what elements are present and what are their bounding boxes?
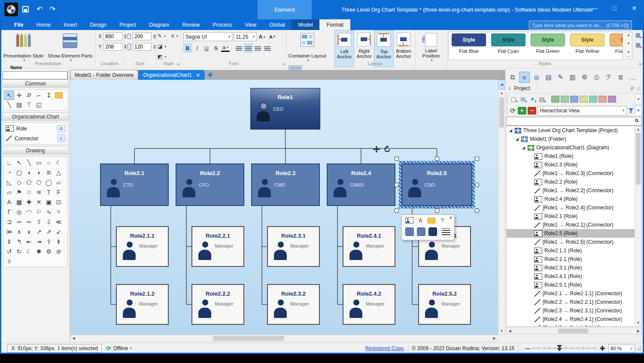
pan-tool[interactable]: ✛ — [14, 91, 24, 100]
shape-ellipse-icon[interactable]: ○ — [44, 157, 54, 167]
add-tab-icon[interactable] — [207, 71, 213, 80]
tree-item[interactable]: Role2.3.1 (Role) — [507, 263, 635, 272]
color-swatch[interactable] — [428, 227, 437, 236]
org-node-role2-4-2[interactable]: Role2.4.2Manager — [343, 284, 395, 325]
org-node-box[interactable]: Role2.2.1Manager — [191, 226, 244, 267]
palette-item-connector[interactable]: ConnectorC — [4, 133, 67, 143]
shape-styled-text-icon[interactable]: F — [54, 187, 64, 197]
org-node-role2-1[interactable]: Role2.1CTO — [100, 163, 169, 206]
org-node-role2-1-2[interactable]: Role2.1.2Manager — [116, 284, 169, 325]
section-common[interactable]: Common — [2, 79, 69, 88]
menu-tab-file[interactable]: File — [8, 19, 30, 30]
zoom-out-icon[interactable]: — — [525, 345, 530, 351]
underline-button[interactable]: U — [202, 44, 211, 52]
shape-arrow-right-icon[interactable]: ⇨ — [24, 217, 34, 227]
canvas-horizontal-scrollbar[interactable]: ◀ ▶ — [70, 335, 498, 342]
shape-arrow-shift-icon[interactable]: ⇪ — [44, 236, 54, 246]
diagram-shortcut-1[interactable] — [551, 96, 559, 103]
move-icon[interactable] — [373, 145, 380, 153]
style-preset[interactable]: StyleFlat Green — [528, 32, 568, 60]
shape-trapezoid-icon[interactable]: ▱ — [4, 187, 14, 197]
diagram-shortcut-2[interactable] — [561, 96, 569, 103]
org-node-box[interactable]: Role2.2CFO — [176, 163, 244, 206]
shape-pointer-icon[interactable]: ↖ — [14, 157, 24, 167]
shape-diamond-icon[interactable]: ◇ — [14, 177, 24, 187]
width-field[interactable] — [133, 33, 152, 40]
style-preset-swatch[interactable]: Style — [452, 33, 486, 46]
shape-cross-icon[interactable]: ✕ — [34, 197, 44, 207]
section-drawing[interactable]: Drawing — [2, 146, 69, 154]
menu-tab-format[interactable]: Format — [319, 19, 350, 30]
org-node-role1[interactable]: Role1CEO — [250, 88, 320, 130]
diagram-shortcut-3[interactable] — [570, 96, 578, 103]
style-preset[interactable]: StyleFlat Cyan — [489, 32, 528, 60]
update-style-icon[interactable]: ▦ — [635, 42, 641, 48]
align-left-button[interactable] — [234, 44, 243, 52]
shape-prohibit-icon[interactable]: ⊘ — [54, 246, 64, 256]
search-results-icon[interactable]: ◎ — [531, 72, 542, 83]
close-button[interactable]: ✕ — [624, 0, 644, 16]
shape-arrow-down-icon[interactable]: ⇩ — [44, 217, 54, 227]
tree-item[interactable]: Role2.2 (Role) — [507, 178, 635, 186]
search-icon[interactable] — [633, 117, 641, 125]
shape-zigzag-icon[interactable]: ≋ — [34, 187, 44, 197]
org-node-box[interactable]: Role2.3.1Manager — [267, 226, 320, 267]
tree-item[interactable]: [Role1 → Role2.1] (Connector) — [507, 221, 635, 229]
shape-donut-icon[interactable]: ◎ — [14, 207, 24, 217]
tree-scrollbar[interactable]: ▲ ▼ — [635, 126, 641, 326]
color-swatch[interactable] — [417, 227, 425, 236]
shape-scroll-icon[interactable]: ⊐ — [4, 217, 14, 227]
bold-button[interactable]: B — [183, 44, 192, 52]
tree-item[interactable]: Role2.4 (Role) — [507, 195, 635, 203]
org-node-role2-3-1[interactable]: Role2.3.1Manager — [267, 226, 320, 267]
tagging-icon[interactable]: ✎ — [555, 72, 566, 83]
filter-icon[interactable] — [628, 108, 634, 113]
resize-handle[interactable] — [475, 157, 479, 161]
org-node-role2-5-2[interactable]: Role2.5.2Manager — [418, 284, 471, 325]
shape-capsule-left-icon[interactable]: ◖ — [24, 167, 34, 177]
zoom-level-select[interactable]: 80 %∨ — [608, 344, 635, 352]
shape-rounded-rectangle-icon[interactable]: ▢ — [14, 167, 24, 177]
shape-hexagon-icon[interactable]: ⬡ — [34, 177, 44, 187]
text-tool[interactable]: ▤ — [14, 100, 24, 109]
presentation-style-button[interactable]: Presentation Style — [2, 31, 45, 62]
font-family-select[interactable]: Segoe UI — [183, 32, 232, 41]
shape-diagonal-line-icon[interactable]: ╲ — [24, 157, 34, 167]
undo-icon[interactable]: ↶ — [34, 4, 45, 15]
shape-wave-icon[interactable]: ∿ — [44, 207, 54, 217]
tree-item[interactable]: Model1 (Folder) — [507, 135, 635, 143]
org-node-box[interactable]: Role2.5CSO — [401, 163, 472, 206]
fill-color-button[interactable]: ◪ — [157, 43, 167, 50]
tree-item[interactable]: Role2.5 (Role) — [507, 229, 635, 238]
maximize-button[interactable]: □ — [605, 0, 624, 16]
resize-handle[interactable] — [435, 209, 439, 213]
scroll-thumb[interactable] — [636, 133, 641, 185]
scroll-left-icon[interactable]: ◀ — [70, 335, 77, 342]
project-tree-icon[interactable]: ≡ — [519, 72, 530, 83]
style-preset-swatch[interactable]: Style — [610, 33, 623, 46]
section-organizational-chart[interactable]: Organizational Chart — [2, 112, 69, 121]
menu-tab-home[interactable]: Home — [30, 19, 57, 30]
close-tab-icon[interactable] — [196, 73, 200, 78]
org-node-role2-2-1[interactable]: Role2.2.1Manager — [191, 226, 244, 267]
resize-handle[interactable] — [395, 183, 399, 187]
expander-icon[interactable] — [516, 138, 519, 141]
menu-tab-review[interactable]: Review — [176, 19, 206, 30]
frame-tool[interactable]: ◱ — [34, 100, 44, 109]
diagram-shortcut-6[interactable] — [598, 96, 607, 103]
style-preset-swatch[interactable]: Style — [570, 33, 605, 46]
shape-flag-icon[interactable]: ⚐ — [34, 207, 44, 217]
toolbox-search-input[interactable] — [3, 71, 67, 79]
scroll-right-icon[interactable]: ▶ — [635, 328, 641, 334]
justify-button[interactable] — [263, 44, 271, 52]
shape-rotate-left-icon[interactable]: ↺ — [4, 246, 14, 256]
close-icon[interactable] — [449, 215, 453, 220]
shape-banner-icon[interactable]: ⚑ — [14, 187, 24, 197]
menu-tab-diagram[interactable]: Diagram — [143, 19, 176, 30]
style-preset[interactable]: StyleFlat Blue — [449, 32, 489, 60]
documentation-icon[interactable]: ▤ — [543, 72, 554, 83]
shrink-font-button[interactable]: A▼ — [268, 33, 277, 41]
save-icon[interactable] — [21, 4, 31, 15]
shape-chevron-down-icon[interactable]: ∨ — [24, 227, 34, 236]
tree-item[interactable]: [Role2.2 → Role2.2.1] (Connector) — [507, 298, 635, 306]
